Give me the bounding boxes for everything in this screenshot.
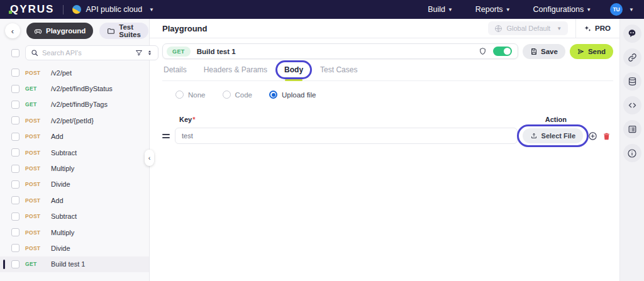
api-item-label: Add [51, 133, 64, 140]
key-column-header: Key* [179, 116, 195, 123]
api-item-checkbox[interactable] [11, 180, 19, 189]
required-asterisk: * [192, 116, 195, 123]
select-all-checkbox[interactable] [11, 49, 19, 57]
action-column-header: Action [545, 116, 567, 123]
filter-funnel-icon[interactable] [135, 49, 143, 57]
api-item-checkbox[interactable] [11, 85, 19, 93]
api-item-label: /v2/pet/{petId} [51, 117, 94, 124]
info-icon[interactable] [623, 144, 641, 162]
request-name-field[interactable]: GET Build test 1 [162, 43, 518, 59]
qyrus-logo: QYRUS [9, 3, 54, 16]
form-list-icon[interactable] [623, 120, 641, 138]
assistant-bot-icon[interactable] [623, 25, 641, 43]
api-item-checkbox[interactable] [11, 69, 19, 77]
api-list-item[interactable]: POST /v2/pet [0, 65, 149, 80]
api-list-item[interactable]: GET /v2/pet/findByStatus [0, 80, 149, 96]
navbar-divider [63, 5, 64, 14]
save-button[interactable]: Save [523, 44, 565, 59]
api-list-item[interactable]: POST Add [0, 192, 149, 208]
radio-button[interactable] [269, 91, 277, 99]
environment-selector[interactable]: Global Default ▼ [488, 21, 568, 35]
api-item-checkbox[interactable] [11, 133, 19, 141]
sidebar-collapse-handle[interactable]: ‹ [145, 150, 154, 166]
api-list-item[interactable]: POST /v2/pet/{petId} [0, 113, 149, 128]
body-type-options: None Code Upload file [175, 91, 613, 99]
request-method-badge: GET [167, 47, 191, 57]
playground-content: GET Build test 1 Save Send [150, 38, 619, 281]
api-list-item[interactable]: POST Divide [0, 240, 149, 256]
body-type-option[interactable]: Code [223, 91, 253, 99]
chevron-down-icon[interactable]: ▼ [629, 7, 634, 13]
sort-icon[interactable] [147, 49, 153, 57]
select-file-button[interactable]: Select File [523, 128, 583, 143]
search-input[interactable] [42, 49, 131, 57]
shield-icon[interactable] [479, 47, 487, 55]
user-avatar[interactable]: TU [610, 3, 623, 16]
method-badge: POST [25, 118, 45, 124]
database-icon[interactable] [623, 72, 641, 91]
environment-label: Global Default [506, 25, 550, 32]
method-badge: POST [25, 150, 45, 156]
api-list-item[interactable]: POST Multiply [0, 160, 149, 176]
request-tab-label: Headers & Params [204, 65, 267, 74]
api-sidebar: ‹ Playground Test Suites [0, 19, 150, 281]
api-list-item[interactable]: POST Subtract [0, 209, 149, 224]
api-item-checkbox[interactable] [11, 165, 19, 173]
body-type-option[interactable]: Upload file [269, 91, 316, 99]
link-icon[interactable] [623, 48, 641, 67]
api-item-checkbox[interactable] [11, 244, 19, 252]
tab-playground[interactable]: Playground [26, 23, 93, 39]
request-tabs: Details Headers & Params Body Test Cases [162, 59, 613, 81]
back-button[interactable]: ‹ [5, 23, 20, 38]
method-badge: POST [25, 133, 45, 140]
selected-indicator [3, 260, 5, 269]
request-tab[interactable]: Body [284, 65, 303, 74]
request-name-value[interactable]: Build test 1 [197, 48, 472, 55]
api-list-item[interactable]: GET /v2/pet/findByTags [0, 97, 149, 113]
logo-text: QYRUS [10, 3, 54, 15]
workspace-label: API public cloud [86, 5, 142, 14]
drag-handle-icon[interactable] [162, 134, 170, 138]
api-item-checkbox[interactable] [11, 212, 19, 221]
body-type-option[interactable]: None [175, 91, 206, 99]
workspace-selector[interactable]: API public cloud ▼ [72, 5, 154, 14]
code-icon[interactable] [623, 96, 641, 114]
api-item-checkbox[interactable] [11, 116, 19, 124]
nav-menu-item[interactable]: Build ▼ [428, 5, 453, 14]
request-tab[interactable]: Details [164, 65, 187, 74]
api-list-item[interactable]: POST Subtract [0, 145, 149, 160]
page-title: Playground [162, 24, 208, 33]
api-item-checkbox[interactable] [11, 101, 19, 109]
method-badge: POST [25, 197, 45, 204]
api-list-item[interactable]: GET Build test 1 [0, 256, 149, 272]
radio-button[interactable] [175, 91, 184, 99]
nav-menu-label: Configurations [533, 5, 584, 14]
nav-menu-item[interactable]: Configurations ▼ [533, 5, 592, 14]
api-item-checkbox[interactable] [11, 196, 19, 204]
radio-button[interactable] [223, 91, 231, 99]
request-tab[interactable]: Test Cases [320, 65, 357, 74]
key-input[interactable] [175, 128, 518, 144]
sidebar-toolbar: ‹ Playground Test Suites [0, 19, 149, 43]
nav-menu-item[interactable]: Reports ▼ [475, 5, 511, 14]
method-badge: POST [25, 165, 45, 172]
folder-icon [107, 27, 115, 35]
delete-row-button[interactable] [602, 132, 611, 140]
request-tab[interactable]: Headers & Params [204, 65, 267, 74]
add-row-button[interactable] [588, 131, 597, 141]
send-button[interactable]: Send [570, 44, 613, 59]
api-list-item[interactable]: POST Divide [0, 177, 149, 192]
select-file-label: Select File [541, 132, 575, 140]
tab-test-suites[interactable]: Test Suites [99, 23, 148, 39]
logo-accent-square [9, 11, 12, 14]
api-list-item[interactable]: POST Multiply [0, 224, 149, 240]
api-item-checkbox[interactable] [11, 228, 19, 236]
request-enabled-toggle[interactable] [493, 47, 512, 56]
method-badge: GET [25, 101, 45, 107]
method-badge: POST [25, 213, 45, 219]
api-item-checkbox[interactable] [11, 148, 19, 157]
api-item-checkbox[interactable] [11, 260, 19, 268]
api-list-item[interactable]: POST Add [0, 129, 149, 145]
upload-icon [530, 132, 538, 140]
send-button-label: Send [588, 48, 606, 55]
